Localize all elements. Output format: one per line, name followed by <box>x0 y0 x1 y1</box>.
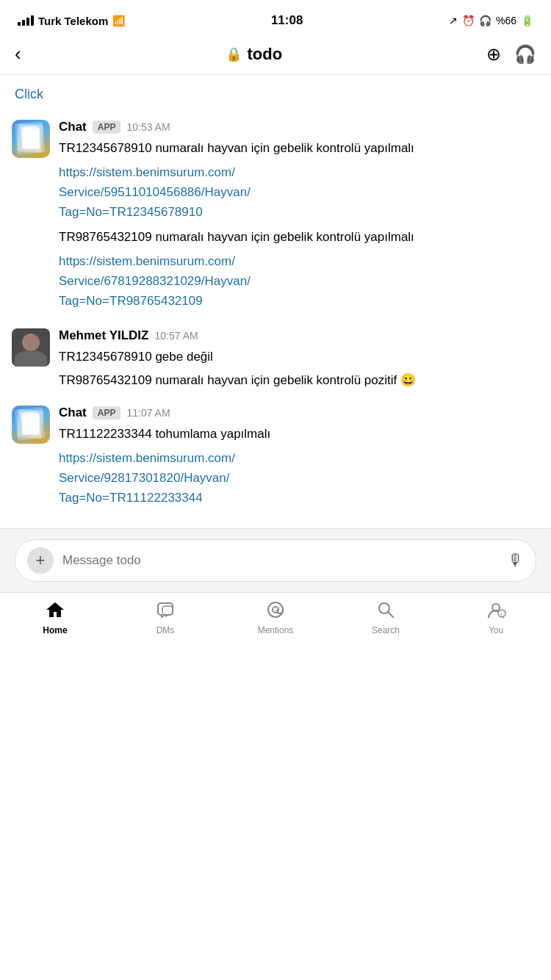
nav-label-dms: DMs <box>156 625 175 635</box>
message-text-1b: TR98765432109 numaralı hayvan için gebel… <box>59 228 539 247</box>
message-content-2: Mehmet YILDIZ 10:57 AM TR12345678910 geb… <box>59 328 539 394</box>
input-inner: + 🎙 <box>15 539 536 582</box>
nav-label-home: Home <box>43 625 67 635</box>
svg-rect-5 <box>22 414 40 435</box>
input-bar: + 🎙 <box>0 528 551 592</box>
message-group: Chat APP 10:53 AM TR12345678910 numaralı… <box>0 114 551 323</box>
svg-text:+: + <box>500 611 503 618</box>
battery-icon: 🔋 <box>521 15 533 26</box>
message-link-1a[interactable]: https://sistem.benimsurum.com/Service/59… <box>59 162 539 223</box>
avatar-chat-app-1 <box>12 120 50 158</box>
alarm-icon: ⏰ <box>462 15 475 26</box>
app-badge-3: APP <box>93 406 121 419</box>
timestamp-1: 10:53 AM <box>126 121 170 133</box>
status-time: 11:08 <box>271 13 303 28</box>
headphone-nav-icon[interactable]: 🎧 <box>514 44 536 65</box>
message-header-2: Mehmet YILDIZ 10:57 AM <box>59 328 539 343</box>
battery-level: %66 <box>496 15 516 26</box>
message-group-3: Chat APP 11:07 AM TR11122233344 tohumlam… <box>0 400 551 519</box>
search-icon <box>375 600 396 622</box>
new-message-icon[interactable]: ⊕ <box>486 44 501 65</box>
timestamp-3: 11:07 AM <box>126 407 170 419</box>
nav-bar: ‹ 🔒 todo ⊕ 🎧 <box>0 37 551 75</box>
home-icon <box>45 600 65 622</box>
click-link-container: Click <box>0 84 551 114</box>
sender-name-2: Mehmet YILDIZ <box>59 328 148 343</box>
microphone-icon[interactable]: 🎙 <box>508 551 524 570</box>
message-header-1: Chat APP 10:53 AM <box>59 120 539 134</box>
location-icon: ↗ <box>449 15 458 26</box>
message-text-1a: TR12345678910 numaralı hayvan için gebel… <box>59 139 539 158</box>
lock-icon: 🔒 <box>226 46 242 62</box>
avatar-chat-app-3 <box>12 406 50 444</box>
chat-area: Click Chat APP 10:53 AM TR12345678910 nu… <box>0 75 551 528</box>
click-link[interactable]: Click <box>15 87 43 101</box>
message-link-1b[interactable]: https://sistem.benimsurum.com/Service/67… <box>59 251 539 311</box>
you-icon: + <box>486 600 506 622</box>
status-left: Turk Telekom 📶 <box>18 15 125 27</box>
back-button[interactable]: ‹ <box>15 43 21 65</box>
message-input[interactable] <box>62 553 499 568</box>
message-header-3: Chat APP 11:07 AM <box>59 406 539 420</box>
nav-item-you[interactable]: + You <box>441 600 551 635</box>
message-content-1: Chat APP 10:53 AM TR12345678910 numaralı… <box>59 120 539 317</box>
nav-label-search: Search <box>372 625 400 635</box>
nav-actions: ⊕ 🎧 <box>486 44 536 65</box>
svg-line-9 <box>388 612 393 617</box>
channel-title: 🔒 todo <box>226 45 283 64</box>
status-bar: Turk Telekom 📶 11:08 ↗ ⏰ 🎧 %66 🔋 <box>0 0 551 37</box>
sender-name-3: Chat <box>59 406 87 420</box>
signal-bars <box>18 15 34 26</box>
timestamp-2: 10:57 AM <box>154 330 198 342</box>
status-right: ↗ ⏰ 🎧 %66 🔋 <box>449 15 533 26</box>
dms-icon <box>155 600 176 622</box>
carrier-name: Turk Telekom <box>38 15 108 27</box>
wifi-icon: 📶 <box>112 15 125 26</box>
svg-point-6 <box>268 602 283 617</box>
message-text-3a: TR11122233344 tohumlama yapılmalı <box>59 425 539 444</box>
message-group-2: Mehmet YILDIZ 10:57 AM TR12345678910 geb… <box>0 323 551 400</box>
mentions-icon <box>265 600 286 622</box>
app-badge-1: APP <box>93 120 121 134</box>
message-text-2a: TR12345678910 gebe değil <box>59 347 539 367</box>
nav-label-you: You <box>489 625 503 635</box>
bottom-nav: Home DMs Mentions Search <box>0 592 551 650</box>
message-text-2b: TR98765432109 numaralı hayvan için gebel… <box>59 371 539 390</box>
channel-name: todo <box>248 45 283 64</box>
message-link-3a[interactable]: https://sistem.benimsurum.com/Service/92… <box>59 448 539 508</box>
avatar-person <box>12 328 50 367</box>
sender-name-1: Chat <box>59 120 87 134</box>
headphone-icon: 🎧 <box>479 15 491 26</box>
nav-item-search[interactable]: Search <box>331 600 441 635</box>
svg-rect-2 <box>22 129 40 149</box>
message-content-3: Chat APP 11:07 AM TR11122233344 tohumlam… <box>59 406 539 514</box>
nav-item-dms[interactable]: DMs <box>110 600 220 635</box>
nav-item-mentions[interactable]: Mentions <box>220 600 331 635</box>
nav-item-home[interactable]: Home <box>0 600 110 635</box>
nav-label-mentions: Mentions <box>258 625 294 635</box>
add-attachment-button[interactable]: + <box>27 547 54 574</box>
